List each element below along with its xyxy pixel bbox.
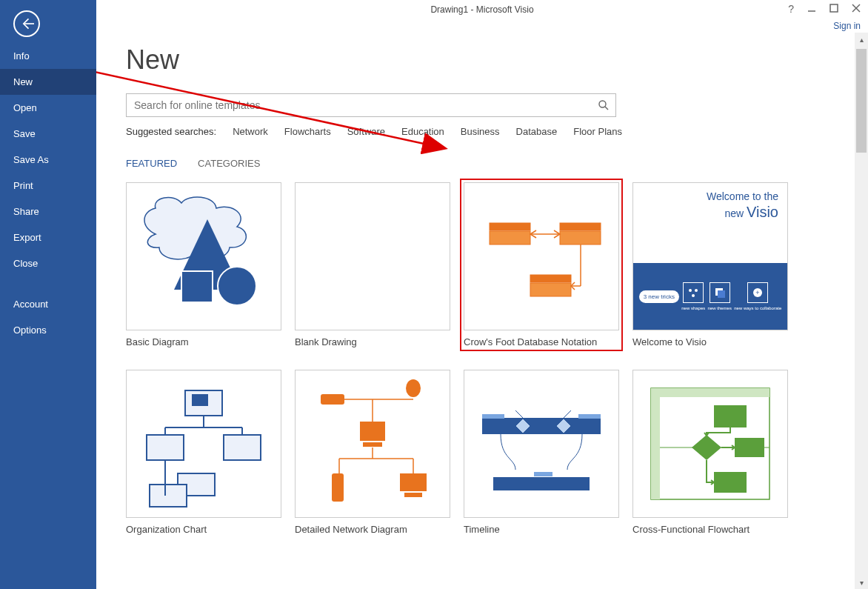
sidebar-item-open[interactable]: Open	[0, 95, 96, 121]
sidebar-item-account[interactable]: Account	[0, 291, 96, 317]
template-welcome[interactable]: Welcome to the new Visio 3 new tricks ne…	[632, 182, 788, 347]
suggested-link-business[interactable]: Business	[461, 126, 500, 137]
template-blank-drawing[interactable]: Blank Drawing	[295, 182, 450, 347]
template-network-diagram[interactable]: Detailed Network Diagram	[295, 370, 450, 535]
template-basic-diagram[interactable]: Basic Diagram	[126, 182, 281, 347]
svg-rect-9	[490, 223, 530, 230]
svg-rect-48	[404, 493, 422, 497]
suggested-label: Suggested searches:	[126, 126, 216, 137]
template-thumbnail	[295, 182, 450, 330]
svg-point-18	[689, 289, 692, 292]
template-thumbnail	[295, 370, 450, 518]
shapes-icon	[683, 282, 704, 303]
template-thumbnail: Welcome to the new Visio 3 new tricks ne…	[632, 182, 788, 330]
svg-rect-65	[714, 472, 747, 493]
svg-rect-51	[578, 414, 601, 419]
template-organization-chart[interactable]: Organization Chart	[126, 370, 281, 535]
welcome-badge: 3 new tricks	[639, 290, 679, 303]
page-title: New	[126, 44, 861, 76]
tab-categories[interactable]: CATEGORIES	[198, 158, 260, 169]
back-button[interactable]	[13, 10, 40, 37]
svg-rect-12	[560, 231, 601, 244]
svg-rect-45	[363, 442, 382, 447]
sidebar-item-options[interactable]: Options	[0, 317, 96, 343]
sidebar-item-save-as[interactable]: Save As	[0, 147, 96, 173]
template-timeline[interactable]: Timeline	[464, 370, 619, 535]
template-cross-functional[interactable]: Cross-Functional Flowchart	[632, 370, 788, 535]
svg-point-4	[599, 101, 606, 107]
template-thumbnail	[126, 182, 281, 330]
svg-rect-7	[181, 271, 213, 302]
template-crows-foot[interactable]: Crow's Foot Database Notation	[464, 182, 619, 347]
search-icon[interactable]	[596, 98, 611, 113]
tab-featured[interactable]: FEATURED	[126, 158, 177, 169]
template-label: Crow's Foot Database Notation	[464, 336, 619, 347]
svg-rect-60	[660, 388, 769, 397]
svg-rect-64	[735, 438, 764, 457]
svg-rect-57	[534, 472, 552, 476]
svg-point-19	[695, 289, 698, 292]
scrollbar-thumb[interactable]	[856, 49, 867, 153]
sidebar-item-save[interactable]: Save	[0, 121, 96, 147]
welcome-line2b: Visio	[747, 204, 778, 220]
template-tabs: FEATURED CATEGORIES	[126, 158, 861, 169]
svg-rect-26	[193, 395, 207, 405]
svg-line-54	[515, 410, 523, 418]
suggested-link-software[interactable]: Software	[347, 126, 385, 137]
scroll-up-arrow[interactable]: ▴	[855, 33, 868, 46]
svg-line-55	[564, 410, 571, 418]
template-thumbnail	[464, 370, 619, 518]
template-label: Timeline	[464, 524, 619, 535]
suggested-link-network[interactable]: Network	[233, 126, 268, 137]
svg-rect-22	[718, 290, 725, 298]
svg-rect-44	[360, 422, 385, 441]
svg-rect-43	[321, 394, 344, 405]
template-label: Welcome to Visio	[632, 336, 788, 347]
svg-rect-28	[224, 435, 261, 460]
welcome-line1: Welcome to the	[707, 190, 778, 203]
template-label: Organization Chart	[126, 524, 281, 535]
svg-point-20	[692, 294, 695, 297]
template-search[interactable]	[126, 93, 616, 117]
svg-rect-56	[493, 477, 590, 490]
svg-marker-63	[692, 435, 721, 460]
sidebar-item-print[interactable]: Print	[0, 173, 96, 199]
svg-rect-50	[482, 414, 504, 419]
template-label: Cross-Functional Flowchart	[632, 524, 788, 535]
suggested-link-flowcharts[interactable]: Flowcharts	[284, 126, 331, 137]
vertical-scrollbar[interactable]: ▴ ▾	[855, 33, 868, 589]
svg-text:+: +	[756, 289, 760, 296]
svg-rect-30	[150, 485, 187, 507]
template-label: Detailed Network Diagram	[295, 524, 450, 535]
sidebar-item-share[interactable]: Share	[0, 199, 96, 224]
svg-rect-11	[560, 223, 601, 230]
backstage-sidebar: Info New Open Save Save As Print Share E…	[0, 0, 96, 589]
template-grid: Basic Diagram Blank Drawing	[126, 182, 861, 535]
suggested-link-floor-plans[interactable]: Floor Plans	[573, 126, 622, 137]
svg-rect-49	[482, 418, 601, 434]
suggested-link-database[interactable]: Database	[516, 126, 558, 137]
svg-point-8	[218, 267, 256, 305]
svg-rect-62	[714, 405, 747, 427]
svg-rect-13	[530, 275, 571, 282]
search-input[interactable]	[134, 99, 596, 111]
sidebar-item-export[interactable]: Export	[0, 224, 96, 250]
sidebar-item-close[interactable]: Close	[0, 250, 96, 276]
svg-rect-46	[332, 473, 344, 502]
svg-rect-47	[400, 473, 427, 491]
suggested-searches: Suggested searches: Network Flowcharts S…	[126, 126, 861, 137]
svg-rect-27	[147, 435, 184, 460]
sidebar-item-info[interactable]: Info	[0, 43, 96, 69]
svg-rect-14	[530, 283, 571, 296]
scroll-down-arrow[interactable]: ▾	[855, 576, 868, 589]
svg-rect-10	[490, 231, 530, 244]
themes-icon	[710, 282, 730, 303]
sidebar-item-new[interactable]: New	[0, 69, 96, 95]
svg-line-5	[605, 107, 608, 110]
welcome-line2a: new	[724, 207, 747, 219]
main-panel: New Suggested searches: Network Flowchar…	[96, 0, 868, 589]
template-thumbnail	[464, 182, 619, 330]
suggested-link-education[interactable]: Education	[401, 126, 444, 137]
collaborate-icon: +	[747, 282, 768, 303]
template-label: Blank Drawing	[295, 336, 450, 347]
